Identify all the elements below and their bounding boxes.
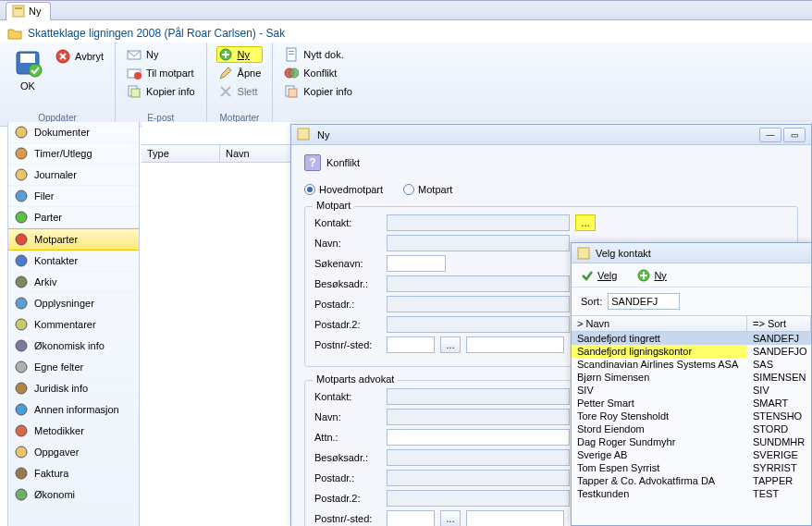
nyttdok-button[interactable]: Nytt dok. [282,46,354,63]
motparter-apne-button[interactable]: Åpne [216,65,264,81]
sidebar-item-dokumenter[interactable]: Dokumenter [8,122,139,143]
motpart-postadr-field[interactable] [387,296,570,312]
sidebar-item-juridiskinfo[interactable]: Juridisk info [8,378,139,399]
maximize-button[interactable]: ▭ [783,128,806,142]
table-row[interactable]: Stord EiendomSTORD [572,422,811,435]
sidebar-item-okonomiskinfo[interactable]: Økonomisk info [8,336,139,357]
tab-ny[interactable]: Ny [6,2,51,20]
epost-tilmotpart-button[interactable]: Til motpart [125,65,197,81]
table-row[interactable]: Sandefjord tingrettSANDEFJ [572,332,811,345]
motpart-sokenavn-field[interactable] [387,255,446,272]
table-row[interactable]: Dag Roger SundmyhrSUNDMHR [572,435,811,448]
motpart-sted-field[interactable] [466,336,564,353]
cell-name: Testkunden [572,487,747,500]
sidebar-item-egnefelter[interactable]: Egne felter [8,357,139,378]
ny-kontakt-button[interactable]: Ny [637,269,666,282]
advokat-kontakt-field[interactable] [387,388,570,405]
motpart-besoksadr-field[interactable] [387,275,570,292]
nav-icon [14,487,29,502]
col-type[interactable]: Type [141,145,220,162]
sort-input[interactable] [608,293,680,310]
svg-rect-3 [20,54,35,63]
cell-sort: STORD [747,422,811,435]
table-row[interactable]: Tapper & Co. Advokatfirma DATAPPER [572,474,811,487]
svg-point-26 [16,276,27,287]
sidebar-item-journaler[interactable]: Journaler [8,165,139,186]
cell-sort: SVERIGE [747,448,811,461]
motparter-slett-button[interactable]: Slett [216,83,264,100]
table-row[interactable]: Tom Espen SyrristSYRRIST [572,461,811,474]
table-row[interactable]: Sverige ABSVERIGE [572,448,811,461]
advokat-postnr-lookup-button[interactable]: … [440,510,461,526]
advokat-navn-field[interactable] [387,409,570,425]
konflikt-button[interactable]: Konflikt [282,65,354,81]
cell-name: Stord Eiendom [572,422,747,435]
kontakt-lookup-button[interactable]: … [575,214,596,231]
epost-ny-button[interactable]: Ny [125,46,197,63]
cancel-button[interactable]: Avbryt [54,48,105,65]
table-row[interactable]: Bjørn SimensenSIMENSEN [572,371,811,384]
svg-point-22 [16,190,27,202]
advokat-attn-field[interactable] [387,429,570,446]
motpart-navn-field[interactable] [387,235,570,251]
table-row[interactable]: Sandefjord ligningskontorSANDEFJO [572,345,811,358]
sidebar-item-metodikker[interactable]: Metodikker [8,421,139,442]
minimize-button[interactable]: — [759,128,781,142]
advokat-besoksadr-field[interactable] [387,449,570,466]
kopierinfo2-button[interactable]: Kopier info [282,83,354,100]
radio-hovedmotpart[interactable]: Hovedmotpart [304,184,383,195]
nav-icon [14,146,29,161]
postnr-lookup-button[interactable]: … [440,336,461,353]
sidebar-item-label: Kommentarer [34,319,96,330]
window-titlebar[interactable]: Velg kontakt [572,243,811,263]
motpart-postadr2-field[interactable] [387,316,570,333]
radio-icon [304,184,315,195]
advokat-postadr-field[interactable] [387,470,570,486]
velg-button[interactable]: Velg [581,269,617,282]
sidebar-item-filer[interactable]: Filer [8,186,139,207]
sidebar-item-label: Faktura [34,468,68,479]
window-titlebar[interactable]: Ny — ▭ [291,125,811,145]
sidebar-item-okonomi[interactable]: Økonomi [8,484,139,506]
motparter-ny-button[interactable]: Ny [216,46,264,63]
sidebar-item-kommentarer[interactable]: Kommentarer [8,314,139,336]
table-row[interactable]: SIVSIV [572,384,811,397]
motpart-kontakt-field[interactable] [387,214,570,231]
advokat-postadr2-field[interactable] [387,490,570,507]
svg-point-32 [16,404,27,415]
nav-icon [14,317,29,332]
save-ok-icon [13,48,43,78]
sidebar-item-oppgaver[interactable]: Oppgaver [8,442,139,463]
sidebar-item-kontakter[interactable]: Kontakter [8,251,139,272]
svg-point-24 [16,234,27,245]
table-row[interactable]: Tore Roy StensholdtSTENSHO [572,410,811,422]
svg-point-16 [289,68,299,78]
ok-button[interactable]: OK [9,46,46,111]
sidebar-item-label: Journaler [34,169,77,180]
sidebar-item-faktura[interactable]: Faktura [8,463,139,484]
svg-point-21 [16,169,27,180]
col-sort[interactable]: => Sort [747,316,811,331]
epost-kopierinfo-button[interactable]: Kopier info [125,83,197,100]
sidebar-item-arkiv[interactable]: Arkiv [8,272,139,293]
question-icon: ? [304,154,321,171]
sidebar-item-label: Egne felter [34,361,83,373]
motpart-postnr-field[interactable] [387,336,435,353]
ribbon-group-epost: Ny Til motpart Kopier info E-post [116,43,207,126]
sidebar-item-anneninfo[interactable]: Annen informasjon [8,399,139,421]
table-row[interactable]: Scandinavian Airlines Systems ASASAS [572,358,811,371]
nav-panel: DokumenterTimer/UtleggJournalerFilerPart… [7,122,140,526]
ribbon: OK Avbryt Oppdater Ny [0,43,812,127]
col-navn[interactable]: > Navn [572,316,747,331]
advokat-postnr-field[interactable] [387,510,435,526]
table-row[interactable]: TestkundenTEST [572,487,811,500]
advokat-sted-field[interactable] [466,510,564,526]
radio-motpart[interactable]: Motpart [403,184,452,195]
svg-rect-0 [13,6,24,17]
sidebar-item-motparter[interactable]: Motparter [8,228,139,251]
sidebar-item-timer[interactable]: Timer/Utlegg [8,143,139,165]
sidebar-item-parter[interactable]: Parter [8,207,139,228]
sidebar-item-opplysninger[interactable]: Opplysninger [8,293,139,314]
sidebar-item-label: Juridisk info [34,383,88,394]
table-row[interactable]: Petter SmartSMART [572,397,811,410]
